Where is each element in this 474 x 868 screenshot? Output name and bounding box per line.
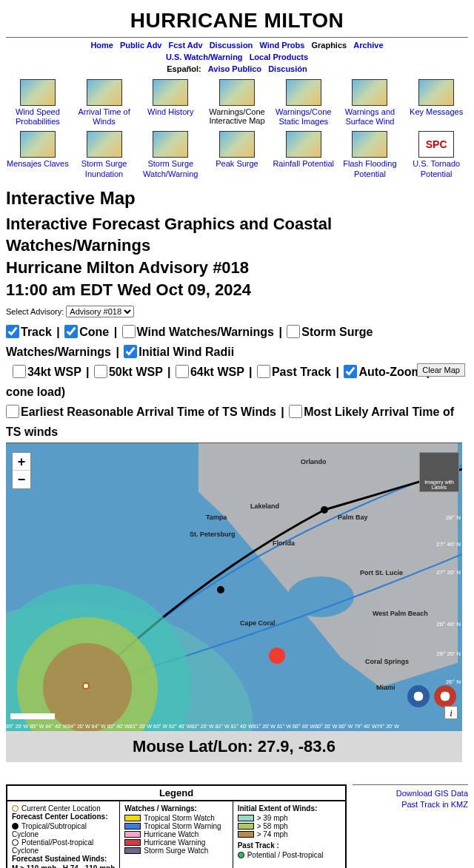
thumbnail-item[interactable]: Warnings/Cone Static Images bbox=[272, 79, 336, 127]
lat-label: 26° 40' N bbox=[436, 621, 461, 628]
legend-h: H 74 - 110 mph bbox=[63, 864, 116, 868]
thumbnail-image bbox=[20, 79, 56, 106]
link-kmz[interactable]: Past Track in KMZ bbox=[353, 799, 468, 810]
fcst-line2: Hurricane Milton Advisory #018 bbox=[6, 258, 249, 277]
thumbnail-label[interactable]: Rainfall Potential bbox=[272, 159, 336, 169]
center-location-icon bbox=[82, 682, 90, 690]
nav-windprobs[interactable]: Wind Probs bbox=[259, 41, 304, 50]
nav-discusion[interactable]: Discusión bbox=[268, 64, 307, 73]
thumbnail-label[interactable]: Wind History bbox=[138, 107, 202, 117]
chk-earliest[interactable] bbox=[6, 405, 19, 418]
fcst-line1: Interactive Forecast Graphics and Coasta… bbox=[6, 215, 332, 255]
nav-local[interactable]: Local Products bbox=[250, 53, 308, 61]
thumbnail-label[interactable]: Warnings and Surface Wind bbox=[338, 107, 402, 127]
mouse-location-dot bbox=[269, 647, 285, 664]
page-title: HURRICANE MILTON bbox=[6, 9, 468, 33]
chk-surgeww[interactable] bbox=[287, 325, 300, 338]
nav-row-3: Español: Aviso Publico Discusión bbox=[6, 64, 468, 73]
legend-39: > 39 mph bbox=[257, 814, 288, 822]
thumbnail-label[interactable]: Warnings/Cone Static Images bbox=[272, 107, 336, 127]
thumbnail-label[interactable]: U.S. Tornado Potential bbox=[404, 159, 468, 178]
lat-label: 27° 20' N bbox=[436, 569, 461, 576]
thumbnail-image bbox=[286, 79, 321, 106]
thumbnail-item[interactable]: Rainfall Potential bbox=[272, 131, 336, 178]
chk-cone[interactable] bbox=[64, 325, 78, 338]
noaa-seal-icon bbox=[407, 685, 430, 707]
thumbnail-label[interactable]: Key Messages bbox=[404, 107, 468, 117]
advisory-select[interactable]: Advisory #018 bbox=[66, 306, 134, 317]
legend-col-1: Current Center Location Forecast Center … bbox=[7, 801, 120, 868]
nav-archive[interactable]: Archive bbox=[353, 41, 383, 50]
thumbnail-image bbox=[286, 131, 321, 158]
legend-sust-hdr: Forecast Sustained Winds: bbox=[12, 855, 115, 863]
thumbnail-grid: Wind Speed ProbabilitiesArrival Time of … bbox=[6, 79, 468, 179]
nav-uswatch[interactable]: U.S. Watch/Warning bbox=[166, 53, 243, 61]
thumbnail-label[interactable]: Flash Flooding Potential bbox=[338, 159, 402, 178]
lbl-windww: Wind Watches/Warnings bbox=[137, 326, 274, 338]
city-portlucie: Port St. Lucie bbox=[360, 569, 403, 576]
thumbnail-label[interactable]: Arrival Time of Winds bbox=[73, 107, 136, 127]
nav-fcstadv[interactable]: Fcst Adv bbox=[169, 41, 203, 50]
nav-discussion[interactable]: Discussion bbox=[210, 41, 253, 50]
city-orlando: Orlando bbox=[301, 458, 327, 465]
thumbnail-item[interactable]: Warnings and Surface Wind bbox=[338, 79, 402, 127]
thumbnail-image bbox=[153, 79, 188, 106]
chk-windww[interactable] bbox=[122, 325, 136, 338]
lbl-cone: Cone bbox=[79, 326, 109, 338]
thumbnail-item[interactable]: SPCU.S. Tornado Potential bbox=[404, 131, 468, 178]
thumbnail-item[interactable]: Key Messages bbox=[404, 79, 468, 127]
thumbnail-item[interactable]: Storm Surge Watch/Warning bbox=[138, 131, 202, 178]
interactive-map[interactable]: Orlando Tampa St. Petersburg Lakeland Fl… bbox=[6, 443, 462, 731]
lbl-50wsp: 50kt WSP bbox=[109, 366, 163, 378]
divider bbox=[6, 37, 468, 38]
thumbnail-item[interactable]: Wind History bbox=[138, 79, 202, 127]
chk-track[interactable] bbox=[6, 325, 19, 338]
chk-34wsp[interactable] bbox=[13, 365, 26, 378]
thumbnail-label[interactable]: Storm Surge Watch/Warning bbox=[138, 159, 202, 178]
city-tampa: Tampa bbox=[206, 514, 227, 521]
chk-pasttrack[interactable] bbox=[257, 365, 270, 378]
zoom-in-button[interactable]: + bbox=[13, 453, 30, 471]
thumbnail-label[interactable]: Mensajes Claves bbox=[6, 159, 70, 169]
lat-label: 27° 40' N bbox=[436, 541, 461, 548]
basemap-toggle[interactable]: Imagery with Labels bbox=[419, 452, 459, 492]
longitude-bar: 85° 20' W 85° W 84° 40' W84° 20' W 84° W… bbox=[6, 724, 462, 731]
lat-label: 26° 20' N bbox=[436, 650, 461, 657]
thumbnail-item[interactable]: Peak Surge bbox=[205, 131, 269, 178]
thumbnail-item[interactable]: Mensajes Claves bbox=[6, 131, 70, 178]
section-heading: Interactive Map bbox=[6, 188, 468, 209]
mouse-latlon-bar: Mouse Lat/Lon: 27.9, -83.6 bbox=[6, 731, 462, 762]
advisory-label: Select Advisory: bbox=[6, 307, 64, 316]
chk-50wsp[interactable] bbox=[94, 365, 107, 378]
legend-post: Potential/Post-tropical Cyclone bbox=[12, 838, 93, 855]
thumbnail-label[interactable]: Wind Speed Probabilities bbox=[6, 107, 70, 127]
chk-autozoom[interactable] bbox=[344, 365, 357, 378]
nav-aviso[interactable]: Aviso Publico bbox=[208, 64, 261, 73]
chk-mostlikely[interactable] bbox=[289, 405, 302, 418]
thumbnail-label[interactable]: Storm Surge Inundation bbox=[73, 159, 136, 178]
city-capecoral: Cape Coral bbox=[240, 619, 276, 627]
map-info-button[interactable]: i bbox=[444, 706, 458, 719]
svg-point-0 bbox=[217, 586, 224, 593]
forecast-heading: Interactive Forecast Graphics and Coasta… bbox=[6, 213, 468, 301]
legend-extent-hdr: Initial Extent of Winds: bbox=[238, 804, 341, 813]
nav-publicadv[interactable]: Public Adv bbox=[120, 41, 161, 50]
link-gis[interactable]: Download GIS Data bbox=[353, 788, 468, 799]
clear-map-button[interactable]: Clear Map bbox=[417, 363, 465, 377]
legend-tswarn: Tropical Storm Warning bbox=[144, 822, 221, 830]
city-florida: Florida bbox=[273, 539, 295, 547]
chk-64wsp[interactable] bbox=[176, 365, 189, 378]
legend-ssw: Storm Surge Watch bbox=[144, 847, 208, 855]
thumbnail-item[interactable]: Wind Speed Probabilities bbox=[6, 79, 70, 127]
thumbnail-label[interactable]: Peak Surge bbox=[205, 159, 269, 169]
nws-seal-icon bbox=[434, 685, 456, 707]
chk-initradii[interactable] bbox=[124, 345, 137, 358]
thumbnail-item[interactable]: Storm Surge Inundation bbox=[73, 131, 136, 178]
nav-row-2: U.S. Watch/Warning Local Products bbox=[6, 53, 468, 61]
thumbnail-item[interactable]: Flash Flooding Potential bbox=[338, 131, 402, 178]
thumbnail-item[interactable]: Warnings/Cone Interactive Map bbox=[205, 79, 269, 127]
zoom-out-button[interactable]: − bbox=[13, 471, 30, 488]
city-coral: Coral Springs bbox=[365, 658, 409, 665]
thumbnail-item[interactable]: Arrival Time of Winds bbox=[73, 79, 136, 127]
nav-home[interactable]: Home bbox=[90, 41, 113, 50]
